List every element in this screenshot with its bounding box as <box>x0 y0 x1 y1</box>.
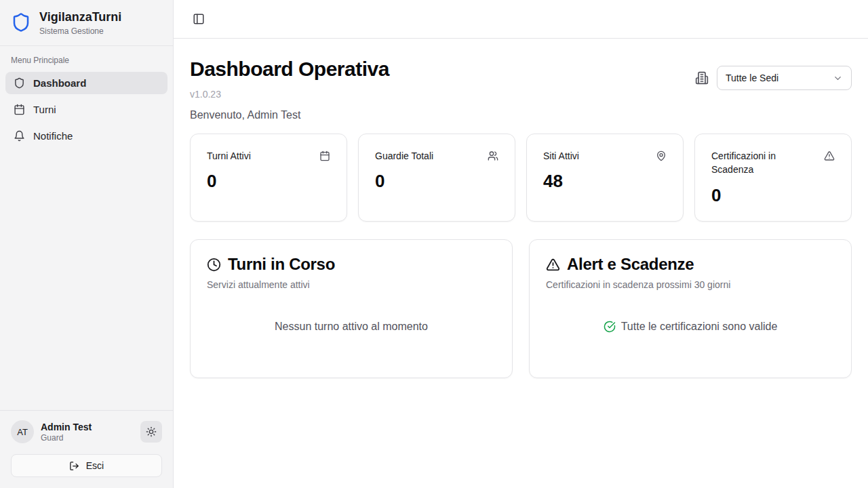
shield-logo-icon <box>11 12 31 33</box>
logout-label: Esci <box>86 460 104 471</box>
alert-triangle-icon <box>546 258 560 272</box>
logout-button[interactable]: Esci <box>11 454 162 477</box>
app-branding: VigilanzaTurni Sistema Gestione <box>0 0 173 46</box>
sidebar-toggle-button[interactable] <box>190 10 208 28</box>
sidebar-item-dashboard[interactable]: Dashboard <box>5 72 167 94</box>
panel-title: Turni in Corso <box>228 255 335 274</box>
stat-card-guardie-totali: Guardie Totali 0 <box>358 134 515 222</box>
main-area: Dashboard Operativa v1.0.23 Benvenuto, A… <box>174 0 868 488</box>
panel-title: Alert e Scadenze <box>567 255 694 274</box>
stat-label: Turni Attivi <box>207 149 251 163</box>
sidebar-item-notifiche[interactable]: Notifiche <box>5 125 167 147</box>
dashboard-content: Dashboard Operativa v1.0.23 Benvenuto, A… <box>174 39 868 394</box>
stat-value: 0 <box>711 185 835 206</box>
app-subtitle: Sistema Gestione <box>39 26 121 36</box>
stat-card-certificazioni: Certificazioni in Scadenza 0 <box>694 134 852 222</box>
panel-alert-scadenze: Alert e Scadenze Certificazioni in scade… <box>529 239 852 378</box>
user-role: Guard <box>41 433 134 443</box>
empty-state-text: Nessun turno attivo al momento <box>275 321 428 333</box>
alert-triangle-icon <box>824 150 835 161</box>
stat-value: 0 <box>375 171 498 192</box>
sidebar-footer: AT Admin Test Guard Esci <box>0 410 173 488</box>
panels-grid: Turni in Corso Servizi attualmente attiv… <box>190 239 852 378</box>
version-label: v1.0.23 <box>190 89 389 100</box>
stat-label: Siti Attivi <box>543 149 579 163</box>
site-filter-value: Tutte le Sedi <box>726 73 778 83</box>
sidebar-item-label: Notifiche <box>33 130 73 142</box>
clock-icon <box>207 258 221 272</box>
chevron-down-icon <box>833 73 843 83</box>
stat-value: 0 <box>207 171 330 192</box>
bell-icon <box>14 130 25 142</box>
users-icon <box>488 150 498 161</box>
check-circle-icon <box>604 321 616 333</box>
stat-label: Guardie Totali <box>375 149 433 163</box>
welcome-message: Benvenuto, Admin Test <box>190 109 389 121</box>
stats-grid: Turni Attivi 0 Guardie Totali <box>190 134 852 222</box>
building-icon <box>695 71 709 85</box>
app-title: VigilanzaTurni <box>39 9 121 25</box>
stat-card-turni-attivi: Turni Attivi 0 <box>190 134 347 222</box>
panel-turni-in-corso: Turni in Corso Servizi attualmente attiv… <box>190 239 513 378</box>
stat-label: Certificazioni in Scadenza <box>711 149 800 177</box>
sidebar-item-turni[interactable]: Turni <box>5 98 167 121</box>
logout-icon <box>69 461 79 471</box>
shield-icon <box>14 77 25 89</box>
sidebar-item-label: Turni <box>33 104 56 115</box>
stat-card-siti-attivi: Siti Attivi 48 <box>526 134 684 222</box>
panel-subtitle: Certificazioni in scadenza prossimi 30 g… <box>546 279 835 290</box>
page-header: Dashboard Operativa v1.0.23 Benvenuto, A… <box>190 58 852 121</box>
panel-subtitle: Servizi attualmente attivi <box>207 279 496 290</box>
menu-section-label: Menu Principale <box>5 56 167 65</box>
calendar-icon <box>319 150 330 161</box>
status-ok-text: Tutte le certificazioni sono valide <box>621 321 778 333</box>
site-filter-select[interactable]: Tutte le Sedi <box>717 66 852 90</box>
calendar-icon <box>14 104 25 115</box>
sidebar-menu: Menu Principale Dashboard Turni <box>0 46 173 411</box>
avatar: AT <box>11 420 34 443</box>
site-filter: Tutte le Sedi <box>695 66 852 90</box>
user-name: Admin Test <box>41 422 134 432</box>
map-pin-icon <box>656 150 667 161</box>
topbar <box>174 0 868 39</box>
user-info: AT Admin Test Guard <box>11 420 162 443</box>
sidebar-item-label: Dashboard <box>33 77 86 89</box>
sun-icon <box>146 426 157 437</box>
page-title: Dashboard Operativa <box>190 58 389 81</box>
sidebar: VigilanzaTurni Sistema Gestione Menu Pri… <box>0 0 174 488</box>
theme-toggle-button[interactable] <box>140 421 162 443</box>
panel-left-icon <box>193 13 205 25</box>
stat-value: 48 <box>543 171 667 192</box>
